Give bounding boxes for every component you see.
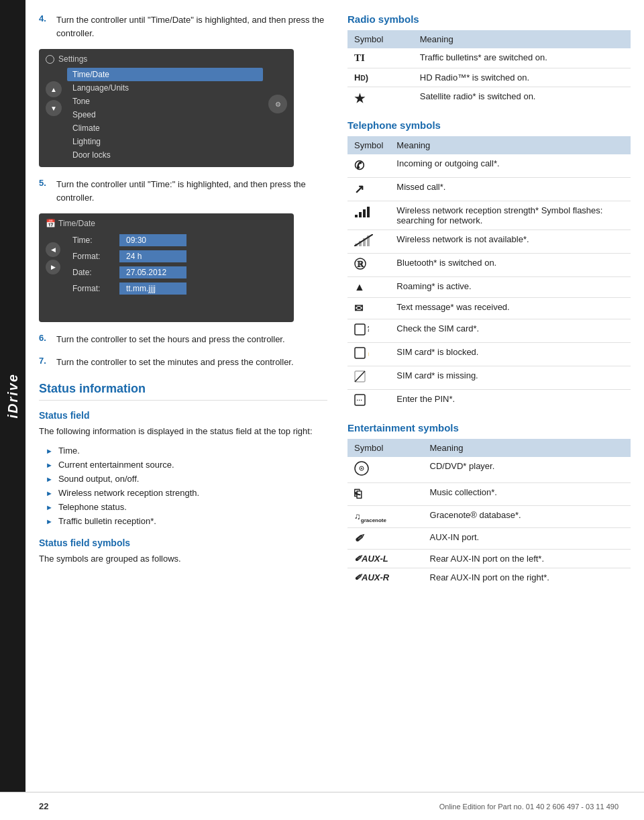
status-field-symbols-body: The symbols are grouped as follows. <box>39 552 327 566</box>
tel-meaning-roaming: Roaming* is active. <box>390 277 631 298</box>
td-nav-left[interactable]: ◀ <box>46 242 60 257</box>
footer: 22 Online Edition for Part no. 01 40 2 6… <box>0 792 644 820</box>
radio-meaning-hd: HD Radio™* is switched on. <box>413 68 631 87</box>
tel-sym-call: ✆ <box>347 154 390 178</box>
ent-meaning-auxr: Rear AUX-IN port on the right*. <box>423 568 631 587</box>
menu-item-speed[interactable]: Speed <box>67 108 263 121</box>
tel-meaning-missed: Missed call*. <box>390 178 631 201</box>
tel-meaning-no-reception: Wireless network is not available*. <box>390 230 631 254</box>
bullet-telephone-text: Telephone status. <box>58 502 127 512</box>
gear-icon <box>46 55 54 64</box>
step-6: 6. Turn the controller to set the hours … <box>39 333 327 346</box>
ent-meaning-auxl: Rear AUX-IN port on the left*. <box>423 550 631 568</box>
screenshot-settings-label: Settings <box>58 54 87 64</box>
step-4: 4. Turn the controller until "Time/Date"… <box>39 13 327 40</box>
td-value-time[interactable]: 09:30 <box>119 234 186 246</box>
menu-item-doorlocks[interactable]: Door locks <box>67 148 263 162</box>
tel-row-simblocked: 🔒 SIM card* is blocked. <box>347 343 631 366</box>
radio-row-sat: ★ Satellite radio* is switched on. <box>347 87 631 111</box>
td-label-format2: Format: <box>66 284 119 293</box>
step-7-text: Turn the controller to set the minutes a… <box>56 356 294 369</box>
svg-line-16 <box>355 371 365 382</box>
step-6-text: Turn the controller to set the hours and… <box>56 333 285 346</box>
footer-page-number: 22 <box>39 801 48 811</box>
bullet-wireless-text: Wireless network reception strength. <box>58 488 199 498</box>
bullet-traffic: ► Traffic bulletin reception*. <box>46 514 327 528</box>
radio-col-symbol: Symbol <box>347 30 413 48</box>
telephone-symbols-heading: Telephone symbols <box>347 119 631 131</box>
bullet-arrow-3: ► <box>46 475 53 483</box>
svg-text:🔒: 🔒 <box>367 348 369 357</box>
tel-row-simmissing: SIM card* is missing. <box>347 366 631 390</box>
nav-up-btn[interactable]: ▲ <box>46 81 62 97</box>
svg-point-21 <box>361 468 362 469</box>
tel-col-meaning: Meaning <box>390 136 631 154</box>
td-value-date[interactable]: 27.05.2012 <box>119 266 186 278</box>
tel-row-roaming: ▲ Roaming* is active. <box>347 277 631 298</box>
step-5: 5. Turn the controller until "Time:" is … <box>39 178 327 204</box>
td-row-time: Time: 09:30 <box>66 232 287 248</box>
tel-row-call: ✆ Incoming or outgoing call*. <box>347 154 631 178</box>
nav-down-btn[interactable]: ▼ <box>46 100 62 116</box>
left-column: 4. Turn the controller until "Time/Date"… <box>39 13 327 596</box>
td-value-format1[interactable]: 24 h <box>119 250 186 262</box>
svg-rect-13 <box>355 348 365 358</box>
td-value-format2[interactable]: tt.mm.jjjj <box>119 283 186 295</box>
step-5-num: 5. <box>39 178 50 204</box>
bullet-arrow-4: ► <box>46 489 53 497</box>
ent-row-auxl: ✐AUX-L Rear AUX-IN port on the left*. <box>347 550 631 568</box>
radio-meaning-ti: Traffic bulletins* are switched on. <box>413 48 631 68</box>
ent-row-gracenote: ♫gracenote Gracenote® database*. <box>347 506 631 528</box>
menu-item-climate[interactable]: Climate <box>67 121 263 135</box>
bullet-arrow-5: ► <box>46 503 53 511</box>
tel-row-no-reception: Wireless network is not available*. <box>347 230 631 254</box>
radio-symbols-heading: Radio symbols <box>347 13 631 25</box>
td-label-date: Date: <box>66 268 119 277</box>
status-field-body: The following information is displayed i… <box>39 425 327 438</box>
bullet-time-text: Time. <box>58 446 80 456</box>
menu-item-language[interactable]: Language/Units <box>67 81 263 95</box>
step-6-num: 6. <box>39 333 50 346</box>
svg-rect-0 <box>355 215 358 217</box>
tel-row-simcheck: ? Check the SIM card*. <box>347 319 631 343</box>
ent-row-auxr: ✐AUX-R Rear AUX-IN port on the right*. <box>347 568 631 587</box>
svg-text:⋅⋅⋅: ⋅⋅⋅ <box>356 397 362 404</box>
radio-symbols-table: Symbol Meaning TI Traffic bulletins* are… <box>347 30 631 110</box>
td-row-format1: Format: 24 h <box>66 248 287 264</box>
tel-meaning-simblocked: SIM card* is blocked. <box>390 343 631 366</box>
svg-rect-3 <box>367 207 370 217</box>
ent-meaning-gracenote: Gracenote® database*. <box>423 506 631 528</box>
screenshot-timedate: 📅 Time/Date ◀ ▶ Time: 09:30 <box>39 213 294 322</box>
td-nav-right[interactable]: ▶ <box>46 260 60 274</box>
ent-col-symbol: Symbol <box>347 439 423 457</box>
tel-meaning-bluetooth: Bluetooth* is switched on. <box>390 254 631 277</box>
bullet-arrow-6: ► <box>46 517 53 525</box>
entertainment-symbols-table: Symbol Meaning CD/DVD* player. <box>347 439 631 586</box>
ent-col-meaning: Meaning <box>423 439 631 457</box>
tel-row-missed: ↗ Missed call*. <box>347 178 631 201</box>
tel-row-pin: ⋅⋅⋅ Enter the PIN*. <box>347 390 631 413</box>
radio-sym-ti: TI <box>347 48 413 68</box>
status-info-heading: Status information <box>39 382 327 401</box>
right-column: Radio symbols Symbol Meaning TI Traffic … <box>347 13 631 596</box>
bullet-sound-text: Sound output, on/off. <box>58 474 139 484</box>
tel-meaning-pin: Enter the PIN*. <box>390 390 631 413</box>
screenshot-timedate-label: Time/Date <box>58 219 95 228</box>
tel-row-bluetooth: ℝ Bluetooth* is switched on. <box>347 254 631 277</box>
sidebar-label: iDrive <box>5 373 21 419</box>
ent-sym-cddvd <box>347 457 423 483</box>
tel-row-sms: ✉ Text message* was received. <box>347 298 631 319</box>
bullet-arrow-2: ► <box>46 461 53 469</box>
bullet-entertainment: ► Current entertainment source. <box>46 458 327 472</box>
calendar-icon: 📅 <box>46 219 56 228</box>
menu-item-lighting[interactable]: Lighting <box>67 135 263 148</box>
tel-sym-sms: ✉ <box>347 298 390 319</box>
bullet-telephone: ► Telephone status. <box>46 500 327 514</box>
menu-item-tone[interactable]: Tone <box>67 95 263 108</box>
menu-item-timedate[interactable]: Time/Date <box>67 68 263 81</box>
ent-meaning-music: Music collection*. <box>423 483 631 506</box>
ent-row-cddvd: CD/DVD* player. <box>347 457 631 483</box>
svg-text:ℝ: ℝ <box>357 260 364 269</box>
bullet-wireless: ► Wireless network reception strength. <box>46 486 327 500</box>
ent-sym-auxl: ✐AUX-L <box>347 550 423 568</box>
